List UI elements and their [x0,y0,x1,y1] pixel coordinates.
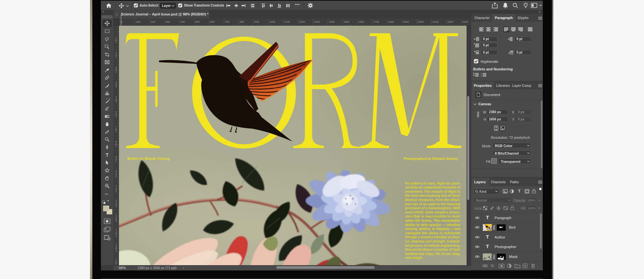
svg-text:0: 0 [116,115,117,117]
svg-text:2300: 2300 [462,20,468,23]
svg-text:1300: 1300 [314,20,320,23]
svg-text:2100: 2100 [433,20,439,23]
svg-text:1800: 1800 [388,20,394,23]
svg-text:100: 100 [136,20,141,23]
svg-text:0: 0 [116,71,117,73]
svg-text:0: 0 [116,130,117,132]
svg-text:0: 0 [116,235,117,238]
svg-text:0: 0 [116,100,117,103]
svg-text:2: 2 [481,75,482,77]
svg-text:0: 0 [116,41,117,43]
svg-text:ed birds an unparalleled freed: ed birds an unparalleled freedom of [405,186,461,189]
svg-text:precision of a hummingbird. Wi: precision of a hummingbird. With [405,206,460,210]
svg-text:For millions of years, flight: For millions of years, flight has grant- [405,182,460,185]
svg-text:2200: 2200 [448,20,453,23]
svg-text:1100: 1100 [284,20,290,23]
svg-text:T: T [106,152,109,158]
svg-text:through a complex interplay of: through a complex interplay of phys- [405,235,460,239]
svg-text:200: 200 [151,20,155,23]
svg-text:Written by Melody Cheung: Written by Melody Cheung [127,157,170,161]
svg-text:navigate the skies is achieved: navigate the skies is achieved [405,231,460,235]
svg-text:900: 900 [255,20,259,23]
svg-text:and weight.: and weight. [405,256,423,260]
svg-text:1: 1 [481,73,482,75]
svg-text:the most awe-inspiring trait o: the most awe-inspiring trait of these [405,194,460,197]
svg-text:2000: 2000 [418,20,424,23]
svg-text:0: 0 [121,20,123,23]
svg-text:500: 500 [195,20,200,23]
svg-text:movement. The miracle of fligh: movement. The miracle of flight is [405,190,460,193]
svg-text:soaring, gliding, or flapping: soaring, gliding, or flapping — and [405,227,460,231]
svg-text:0: 0 [116,160,117,162]
svg-text:ics, anatomy, and strength. A: ics, anatomy, and strength. A beauti- [405,240,460,243]
svg-text:1400: 1400 [329,20,335,23]
svg-text:700: 700 [225,20,230,23]
svg-text:0: 0 [116,86,117,88]
svg-text:0: 0 [116,56,117,58]
svg-text:every liftoff, birds inhabit a: every liftoff, birds inhabit a dimen- [405,211,460,214]
svg-text:800: 800 [240,20,244,23]
svg-text:1700: 1700 [373,20,379,23]
svg-text:0: 0 [116,205,117,208]
svg-text:other life forms. The remarkab: other life forms. The remarkable [405,219,460,222]
svg-text:ability to defy gravity — whet: ability to defy gravity — whether [405,223,460,227]
svg-text:diverse creatures, from the ef: diverse creatures, from the effort- [405,198,460,202]
svg-text:fundamental steps: lift, thrus: fundamental steps: lift, thrust, drag, [405,252,460,256]
svg-text:600: 600 [210,20,215,23]
svg-text:1200: 1200 [299,20,305,23]
svg-text:1000: 1000 [269,20,275,23]
svg-text:less rise of an eagle to the h: less rise of an eagle to the hovering [405,202,460,206]
svg-text:sion that is inaccessible to m: sion that is inaccessible to most [405,215,461,218]
svg-text:0: 0 [116,176,117,178]
svg-text:0: 0 [116,250,117,252]
svg-text:0: 0 [116,220,117,222]
svg-text:400: 400 [180,20,185,23]
svg-text:ful process of natural enginee: ful process of natural engineering, [405,244,460,247]
svg-text:300: 300 [166,20,170,23]
svg-text:1600: 1600 [358,20,364,23]
svg-text:1500: 1500 [344,20,350,23]
svg-text:1900: 1900 [403,20,409,23]
svg-text:Photographed by Richard Stonle: Photographed by Richard Stonley [403,157,458,161]
svg-text:0: 0 [116,145,117,147]
svg-text:this aerial dance consists of: this aerial dance consists of four [405,248,460,251]
svg-text:0: 0 [116,190,117,193]
